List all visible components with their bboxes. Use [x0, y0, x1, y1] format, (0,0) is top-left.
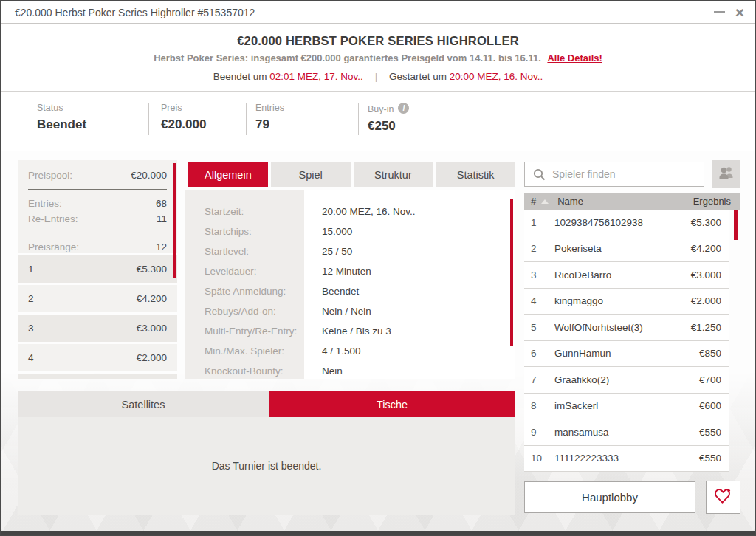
tournament-times: Beendet um 02:01 MEZ, 17. Nov.. | Gestar… [1, 71, 755, 82]
preisraenge-value: 12 [156, 241, 167, 252]
tournament-header: €20.000 HERBST POKER SERIES HIGHROLLER H… [1, 24, 755, 92]
stat-divider [148, 103, 149, 135]
player-result: €600 [699, 400, 729, 411]
titlebar: €20.000 Herbst Poker Series Highroller #… [1, 1, 755, 24]
player-rank: 8 [524, 400, 554, 411]
player-rank: 10 [524, 453, 554, 464]
stat-status-label: Status [37, 103, 86, 113]
stat-buyin-label: Buy-ini [368, 103, 409, 114]
player-rank: 7 [524, 374, 554, 385]
prizepool-row: Preispool: €20.000 [28, 168, 167, 183]
preisraenge-label: Preisränge: [28, 241, 79, 252]
player-row[interactable]: 5 WolfOfNorhtsteet(3) €1.250 [524, 315, 729, 341]
player-row[interactable]: 3 RicoDeBarro €3.000 [524, 262, 729, 289]
player-search-box [524, 162, 704, 187]
tab-tische[interactable]: Tische [269, 391, 515, 417]
prize-place-row[interactable]: 3 €3.000 [18, 315, 177, 342]
player-result: €550 [699, 427, 729, 438]
started-label: Gestartet um [389, 71, 447, 82]
player-row[interactable]: 2 Pokeriseta €4.200 [524, 236, 729, 263]
players-table: 1 1029384756102938 €5.300 2 Pokeriseta €… [524, 210, 729, 472]
detail-value: 4 / 1.500 [304, 346, 361, 357]
prize-place-row[interactable]: 2 €4.200 [18, 285, 177, 312]
prize-place-row[interactable]: 1 €5.300 [18, 255, 177, 283]
player-rank: 2 [524, 243, 554, 254]
player-result: €1.250 [691, 322, 729, 333]
detail-row: Knockout-Bounty: Nein [185, 361, 515, 379]
player-name: 111122223333 [554, 453, 699, 464]
tab-satellites[interactable]: Satellites [18, 391, 269, 417]
scrollbar-thumb[interactable] [510, 199, 513, 346]
player-name: RicoDeBarro [554, 269, 691, 281]
detail-value: Keine / Bis zu 3 [304, 326, 391, 337]
time-separator: | [375, 71, 378, 82]
prize-place-row[interactable]: 4 €2.000 [18, 344, 177, 371]
info-tab-label: Spiel [299, 169, 323, 181]
scrollbar-thumb[interactable] [173, 163, 176, 278]
player-rank: 9 [524, 427, 554, 438]
window-title: €20.000 Herbst Poker Series Highroller #… [1, 7, 255, 18]
player-result: €5.300 [691, 217, 729, 228]
reentries-value: 11 [157, 213, 167, 224]
detail-label: Leveldauer: [185, 266, 304, 277]
series-subtitle: Herbst Poker Series: insgesamt €200.000 … [1, 52, 755, 63]
player-name: WolfOfNorhtsteet(3) [554, 322, 691, 333]
details-panel: Startzeit: 20:00 MEZ, 16. Nov.. Startchi… [185, 190, 515, 379]
result-column-header[interactable]: Ergebnis [693, 196, 740, 207]
stat-status-value: Beendet [37, 117, 86, 132]
info-icon[interactable]: i [398, 103, 409, 114]
stats-row: Status Beendet Preis €20.000 Entries 79 … [1, 92, 755, 151]
stat-divider [358, 103, 359, 135]
players-list-button[interactable] [712, 160, 740, 188]
player-row[interactable]: 6 GunnHamun €850 [524, 341, 729, 368]
search-input[interactable] [552, 162, 704, 186]
detail-row: Späte Anmeldung: Beendet [185, 281, 515, 301]
window-controls: × [714, 6, 755, 19]
prize-place-rank: 2 [28, 293, 34, 304]
stat-entries-value: 79 [255, 117, 284, 132]
player-rank: 3 [524, 269, 554, 281]
player-row[interactable]: 1 1029384756102938 €5.300 [524, 210, 729, 236]
detail-row: Leveldauer: 12 Minuten [185, 261, 515, 281]
prizepool-label: Preispool: [28, 170, 72, 181]
all-details-link[interactable]: Alle Details! [547, 52, 602, 63]
prize-place-rank: 3 [28, 323, 34, 334]
info-tab-label: Struktur [374, 169, 412, 181]
player-row[interactable]: 7 Graafikko(2) €700 [524, 367, 729, 394]
info-tab[interactable]: Struktur [354, 162, 433, 187]
player-name: GunnHamun [554, 348, 699, 359]
name-column-header[interactable]: Name [557, 196, 583, 207]
stat-status: Status Beendet [37, 103, 86, 132]
player-name: Graafikko(2) [554, 374, 699, 385]
player-name: 1029384756102938 [554, 217, 691, 228]
player-result: €850 [699, 348, 729, 359]
detail-row: Startzeit: 20:00 MEZ, 16. Nov.. [185, 202, 515, 221]
player-result: €4.200 [691, 243, 729, 254]
info-tabs: Allgemein Spiel Struktur Statistik [188, 162, 515, 187]
player-row[interactable]: 10 111122223333 €550 [524, 446, 729, 473]
rank-column-header[interactable]: # [524, 196, 536, 207]
prize-place-row-partial [18, 374, 177, 379]
minimize-icon[interactable] [714, 11, 725, 13]
sort-ascending-icon[interactable] [541, 199, 549, 204]
player-row[interactable]: 8 imSackerl €600 [524, 394, 729, 420]
players-table-header: # Name Ergebnis [524, 193, 740, 210]
info-tab[interactable]: Allgemein [188, 162, 268, 187]
info-tab[interactable]: Spiel [271, 162, 351, 187]
reentries-label: Re-Entries: [28, 213, 78, 224]
stat-entries-label: Entries [255, 103, 284, 113]
heart-icon [714, 487, 732, 507]
player-row[interactable]: 9 mansamusa €550 [524, 419, 729, 446]
people-icon [718, 165, 735, 184]
preisraenge-row: Preisränge: 12 [28, 239, 167, 255]
search-icon [533, 168, 546, 181]
tournament-lobby-window: €20.000 Herbst Poker Series Highroller #… [0, 0, 756, 536]
player-row[interactable]: 4 kingmaggo €2.000 [524, 289, 729, 315]
favorite-button[interactable] [706, 481, 740, 514]
hauptlobby-button[interactable]: Hauptlobby [524, 481, 695, 513]
detail-row: Startchips: 15.000 [185, 221, 515, 241]
info-tab[interactable]: Statistik [436, 162, 515, 187]
player-result: €550 [699, 453, 729, 464]
close-icon[interactable]: × [735, 6, 744, 19]
scrollbar-thumb[interactable] [734, 210, 738, 240]
